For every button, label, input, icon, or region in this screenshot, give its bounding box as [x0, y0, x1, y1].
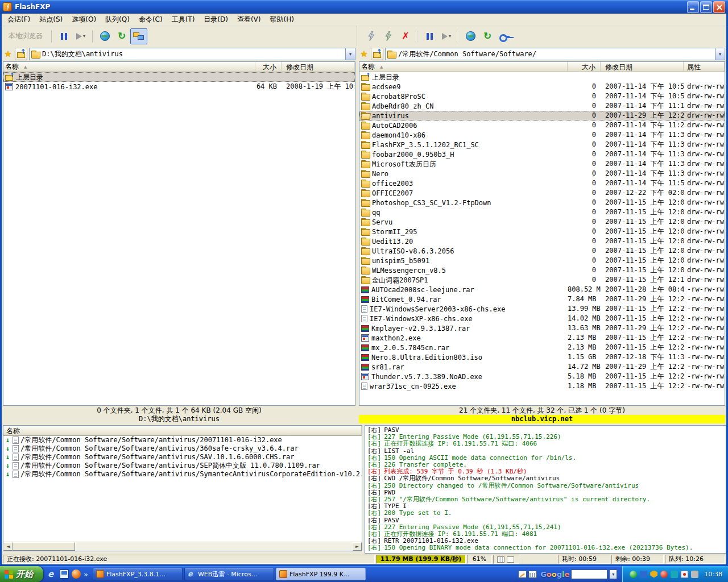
menu-item[interactable]: 工具(T)	[167, 14, 200, 26]
file-row[interactable]: 20071101-016-i32.exe64 KB2008-1-19 上午 10…	[3, 82, 355, 92]
file-row[interactable]: Nero.8.Ultra.Edition803.iso1.15 GB2007-1…	[359, 352, 725, 362]
maximize-button[interactable]	[700, 1, 712, 13]
file-row[interactable]: maxthon2.exe2.13 MB2007-11-15 上午 12:20-r…	[359, 333, 725, 343]
taskbar-task[interactable]: WEB迅雷 - Micros...	[184, 568, 274, 580]
site-globe-button[interactable]	[96, 28, 113, 44]
scrollbar-track[interactable]	[13, 542, 353, 551]
start-button[interactable]: 开始	[0, 566, 43, 582]
menu-item[interactable]: 会话(F)	[3, 14, 35, 26]
scrollbar-thumb[interactable]	[13, 542, 75, 551]
file-row[interactable]: office200302007-11-14 下午 11:56drw-rw-rw-	[359, 178, 725, 188]
up-directory-row[interactable]: 上层目录	[3, 72, 355, 82]
remote-globe-button[interactable]	[462, 28, 479, 44]
keyboard-icon[interactable]	[528, 571, 537, 578]
file-row[interactable]: daemon410-x8602007-11-14 下午 11:31drw-rw-…	[359, 130, 725, 140]
file-row[interactable]: Servu02007-11-15 上午 12:03drw-rw-rw-	[359, 217, 725, 227]
queue-item[interactable]: /常用软件/Common Software/Software/antivirus…	[3, 453, 362, 462]
file-row[interactable]: mx_2.0.5.7845cn.rar2.13 MB2007-11-15 上午 …	[359, 343, 725, 352]
queue-column-name[interactable]: 名称	[3, 426, 362, 436]
connect-button[interactable]	[363, 28, 380, 44]
minimize-button[interactable]	[687, 1, 699, 13]
quicklaunch-show-desktop-icon[interactable]	[60, 569, 69, 579]
pen-icon[interactable]	[518, 571, 527, 578]
scroll-left-button[interactable]: ◄	[3, 542, 13, 551]
file-row[interactable]: wrar371sc_cn-0925.exe1.18 MB2007-11-15 上…	[359, 381, 725, 391]
abort-button[interactable]: ✗	[397, 28, 414, 44]
tray-icon-1[interactable]	[630, 571, 637, 578]
remote-path-dropdown-button[interactable]: ▾	[715, 48, 725, 60]
column-date[interactable]: 修改日期	[282, 62, 355, 72]
file-row[interactable]: Kmplayer-v2.9.3.1387.rar13.63 MB2007-11-…	[359, 323, 725, 333]
file-row[interactable]: OFFICE200702007-12-22 下午 02:04drw-rw-rw-	[359, 188, 725, 198]
file-row[interactable]: qq02007-11-15 上午 12:03drw-rw-rw-	[359, 207, 725, 217]
file-row[interactable]: 金山词霸2007SP102007-11-15 上午 12:19drw-rw-rw…	[359, 275, 725, 285]
file-row[interactable]: Uedit13.2002007-11-15 上午 12:07drw-rw-rw-	[359, 236, 725, 246]
file-row[interactable]: IE7-WindowsXP-x86-chs.exe14.02 MB2007-11…	[359, 314, 725, 323]
column-date[interactable]: 修改日期	[601, 62, 684, 72]
tray-icon-7[interactable]	[691, 571, 698, 578]
queue-item[interactable]: /常用软件/Common Software/Software/antivirus…	[3, 462, 362, 470]
file-row[interactable]: AutoCAD200602007-11-14 下午 11:28drw-rw-rw…	[359, 120, 725, 130]
file-row[interactable]: AUTOcad2008sc-leejune.rar808.52 MB2007-1…	[359, 285, 725, 294]
local-path-dropdown-button[interactable]: ▾	[345, 48, 355, 60]
quicklaunch-ie-icon[interactable]	[48, 569, 57, 579]
scroll-right-button[interactable]: ►	[353, 542, 362, 551]
file-row[interactable]: Photoshop_CS3_SC_V1.2-FtpDown02007-11-15…	[359, 198, 725, 207]
local-up-directory-button[interactable]	[15, 48, 27, 60]
menu-item[interactable]: 帮助(H)	[266, 14, 299, 26]
folder-sync-button[interactable]	[130, 28, 147, 44]
horizontal-scrollbar[interactable]: ◄ ►	[3, 542, 362, 551]
queue-item[interactable]: /常用软件/Common Software/Software/antivirus…	[3, 444, 362, 453]
file-row[interactable]: acdsee902007-11-14 下午 10:55drw-rw-rw-	[359, 82, 725, 92]
favorites-star-icon[interactable]: ★	[3, 50, 13, 59]
pause-queue-button[interactable]	[421, 28, 438, 44]
refresh-remote-button[interactable]: ↻	[479, 28, 496, 44]
local-path-combobox[interactable]: D:\我的文档\antivirus ▾	[29, 48, 355, 60]
queue-item[interactable]: /常用软件/Common Software/Software/antivirus…	[3, 470, 362, 479]
file-row[interactable]: sr81.rar14.72 MB2007-11-29 上午 12:28-rw-r…	[359, 362, 725, 372]
tray-icon-4[interactable]	[660, 571, 668, 578]
file-row[interactable]: Acrobat8ProSC02007-11-14 下午 10:55drw-rw-…	[359, 92, 725, 101]
file-row[interactable]: Thunder.v5.7.3.389.NoAD.exe5.18 MB2007-1…	[359, 372, 725, 381]
google-search-button[interactable]: ▾	[609, 569, 617, 579]
file-row[interactable]: Nero02007-11-14 下午 11:33drw-rw-rw-	[359, 169, 725, 178]
menu-item[interactable]: 选项(O)	[67, 14, 101, 26]
column-name[interactable]: 名称	[3, 62, 255, 72]
local-browser-label[interactable]: 本地浏览器	[6, 31, 48, 41]
quick-connect-button[interactable]	[380, 28, 397, 44]
identity-key-button[interactable]	[496, 28, 513, 44]
remote-up-directory-button[interactable]	[371, 48, 383, 60]
file-row[interactable]: foobar2000_0.950b3_H02007-11-14 下午 11:31…	[359, 149, 725, 159]
google-search-input[interactable]	[571, 569, 607, 579]
taskbar-task[interactable]: FlashFXP_3.3.8.1...	[93, 568, 183, 580]
file-row[interactable]: Microsoft农历日历02007-11-14 下午 11:32drw-rw-…	[359, 159, 725, 169]
file-row[interactable]: antivirus02007-11-29 上午 12:25drw-rw-rw-	[359, 111, 725, 120]
tray-icon-5[interactable]	[671, 571, 678, 578]
file-row[interactable]: unispim5_b509102007-11-15 上午 12:07drw-rw…	[359, 256, 725, 265]
title-bar[interactable]: FlashFXP	[0, 0, 728, 14]
remote-path-combobox[interactable]: /常用软件/Common Software/Software/ ▾	[385, 48, 725, 60]
menu-item[interactable]: 站点(S)	[35, 14, 67, 26]
up-directory-row[interactable]: 上层目录	[359, 72, 725, 82]
column-size[interactable]: 大小	[568, 62, 601, 72]
tray-icon-3[interactable]	[650, 571, 657, 578]
quicklaunch-overflow-chevron[interactable]: »	[84, 570, 88, 579]
file-row[interactable]: UltraISO-v8.6.3.205602007-11-15 上午 12:07…	[359, 246, 725, 256]
menu-item[interactable]: 查看(V)	[233, 14, 266, 26]
taskbar-task[interactable]: FlashFXP 199.9 K...	[276, 568, 366, 580]
file-row[interactable]: FlashFXP_3.5.1.1202_RC1_SC02007-11-14 下午…	[359, 140, 725, 149]
file-row[interactable]: WLMessengercn_v8.502007-11-15 上午 12:08dr…	[359, 265, 725, 275]
file-row[interactable]: AdbeRdr80_zh_CN02007-11-14 下午 11:12drw-r…	[359, 101, 725, 111]
close-button[interactable]	[713, 1, 725, 13]
menu-item[interactable]: 队列(Q)	[101, 14, 134, 26]
file-row[interactable]: StormII_29502007-11-15 上午 12:06drw-rw-rw…	[359, 227, 725, 236]
pause-transfer-button[interactable]	[55, 28, 72, 44]
column-name[interactable]: 名称	[359, 62, 568, 72]
refresh-local-button[interactable]: ↻	[113, 28, 130, 44]
tray-icon-6[interactable]	[681, 571, 688, 578]
quicklaunch-media-player-icon[interactable]	[72, 569, 81, 579]
tray-icon-2[interactable]	[640, 571, 647, 578]
column-size[interactable]: 大小	[255, 62, 282, 72]
menu-item[interactable]: 命令(C)	[134, 14, 167, 26]
column-attr[interactable]: 属性	[684, 62, 725, 72]
